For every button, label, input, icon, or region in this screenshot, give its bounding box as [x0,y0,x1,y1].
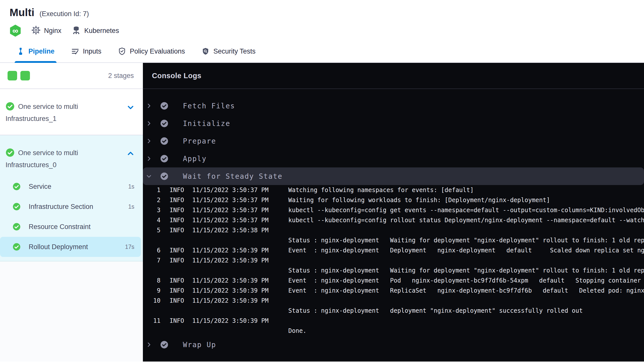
log-line: 10INFO11/15/2022 3:50:39 PM [143,296,644,306]
log-line: 8INFO11/15/2022 3:50:39 PMEvent : nginx-… [143,276,644,286]
log-line: 5INFO11/15/2022 3:50:38 PM [143,225,644,235]
sidebar-filler [0,261,143,361]
log-line-number: 1 [143,187,160,194]
log-timestamp: 11/15/2022 3:50:37 PM [192,207,273,214]
success-check-icon [6,102,15,114]
log-message: Event : nginx-deployment Pod nginx-deplo… [288,277,641,284]
log-level: INFO [170,227,187,234]
page-header: Multi (Execution Id: 7) ∞ Nginx [0,0,644,40]
step-label: Service [29,183,51,191]
chevron-right-icon[interactable] [146,342,152,348]
console-body: Fetch FilesInitializePrepareApplyWait fo… [143,89,644,353]
chevron-up-icon[interactable] [127,150,134,158]
console-step-label: Fetch Files [183,102,235,110]
console-step-apply[interactable]: Apply [143,150,644,167]
console-title: Console Logs [152,72,202,80]
log-level: INFO [170,207,187,214]
console-step-wait-for-steady-state[interactable]: Wait for Steady State [143,167,644,185]
stage-status-square [20,71,30,80]
pipeline-icon [17,47,25,55]
chevron-right-icon[interactable] [146,156,152,162]
harness-logo-icon: ∞ [10,25,21,37]
console-step-initialize[interactable]: Initialize [143,115,644,132]
log-message: Event : nginx-deployment ReplicaSet ngin… [288,287,644,294]
log-line: Status : nginx-deployment Waiting for de… [143,235,644,245]
tab-security-tests[interactable]: Security Tests [202,40,256,62]
step-item-infrastructure-section[interactable]: Infrastructure Section1s [0,197,141,217]
step-item-rollout-deployment[interactable]: Rollout Deployment17s [0,237,141,257]
console-step-wrap-up[interactable]: Wrap Up [143,336,644,353]
step-success-check-icon [160,154,169,163]
success-check-icon [13,183,21,191]
console-step-label: Prepare [183,137,216,145]
stage-count: 2 stages [108,72,134,80]
log-line-number: 9 [143,287,160,294]
log-level: INFO [170,277,187,284]
console-step-label: Wrap Up [183,341,216,349]
stage-status-square [8,71,17,80]
security-tests-icon [202,47,210,55]
chevron-right-icon[interactable] [146,138,152,144]
log-level: INFO [170,287,187,294]
log-line: 9INFO11/15/2022 3:50:39 PMEvent : nginx-… [143,286,644,296]
log-line-number: 10 [143,297,160,304]
log-timestamp: 11/15/2022 3:50:37 PM [192,217,273,224]
log-line: 4INFO11/15/2022 3:50:37 PMkubectl --kube… [143,215,644,225]
step-duration: 17s [125,244,134,250]
log-timestamp: 11/15/2022 3:50:38 PM [192,227,273,234]
stage-item-collapsed[interactable]: One service to multi Infrastructures_1 [0,89,143,135]
chevron-right-icon[interactable] [146,120,152,126]
log-level: INFO [170,247,187,254]
step-duration: 1s [128,183,134,190]
stage-status-squares [8,71,30,80]
tab-label: Pipeline [28,48,55,55]
log-timestamp: 11/15/2022 3:50:37 PM [192,187,273,194]
kubernetes-infra-icon [71,25,81,36]
tab-pipeline[interactable]: Pipeline [17,40,55,62]
log-line: Done. [143,326,644,336]
console-step-fetch-files[interactable]: Fetch Files [143,97,644,115]
step-success-check-icon [160,340,169,349]
log-message: Done. [288,327,306,334]
log-line-number: 6 [143,247,160,254]
infrastructure-entity[interactable]: Kubernetes [71,25,119,36]
log-message: Status : nginx-deployment Waiting for de… [288,267,644,274]
log-timestamp: 11/15/2022 3:50:39 PM [192,247,273,254]
gear-icon [31,25,41,36]
log-line: 2INFO11/15/2022 3:50:37 PMWaiting for fo… [143,195,644,205]
log-level: INFO [170,217,187,224]
log-timestamp: 11/15/2022 3:50:39 PM [192,277,273,284]
log-level: INFO [170,297,187,304]
log-level: INFO [170,257,187,264]
tab-policy-evaluations[interactable]: Policy Evaluations [118,40,185,62]
infrastructure-name: Kubernetes [84,27,119,35]
console-step-label: Apply [183,155,207,163]
log-line-number: 11 [143,317,160,324]
chevron-down-icon[interactable] [127,104,134,112]
log-line: Status : nginx-deployment Waiting for de… [143,265,644,276]
step-label: Resource Constraint [29,223,91,231]
console-step-label: Wait for Steady State [183,172,283,180]
service-entity[interactable]: Nginx [31,25,61,36]
stage-expanded-section: One service to multi Infrastructures_0 S… [0,135,143,261]
chevron-down-icon[interactable] [146,173,152,179]
step-item-service[interactable]: Service1s [0,176,141,197]
log-line: 1INFO11/15/2022 3:50:37 PMWatching follo… [143,185,644,195]
console-step-prepare[interactable]: Prepare [143,132,644,150]
entities-row: ∞ Nginx [10,25,644,37]
log-message: Status : nginx-deployment Waiting for de… [288,237,644,244]
log-line-number: 8 [143,277,160,284]
stage-item-expanded[interactable]: One service to multi Infrastructures_0 [0,135,143,176]
log-line: 11INFO11/15/2022 3:50:39 PM [143,316,644,326]
step-label: Infrastructure Section [29,203,93,211]
console-panel: Console Logs Fetch FilesInitializePrepar… [143,63,644,361]
success-check-icon [13,223,21,231]
tab-inputs[interactable]: Inputs [71,40,102,62]
log-line-number: 3 [143,207,160,214]
execution-id: (Execution Id: 7) [39,10,89,18]
chevron-right-icon[interactable] [146,103,152,109]
tab-label: Security Tests [213,48,256,55]
step-item-resource-constraint[interactable]: Resource Constraint [0,217,141,237]
service-name: Nginx [44,27,61,35]
log-timestamp: 11/15/2022 3:50:39 PM [192,317,273,324]
